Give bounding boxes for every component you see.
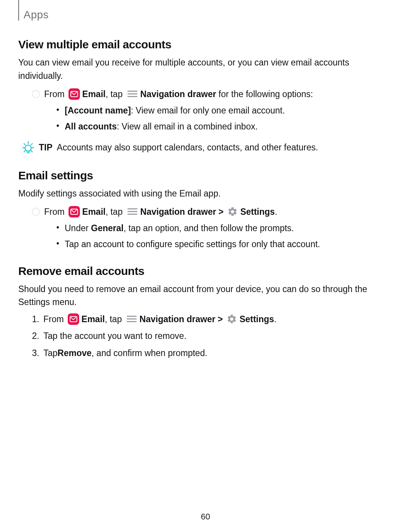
bullet-rest: : View email for only one email account. xyxy=(131,105,285,115)
text-dot: . xyxy=(274,313,276,326)
step-pre: Tap xyxy=(43,347,57,360)
step-3: 3. Tap Remove, and confirm when prompted… xyxy=(32,347,393,360)
bullet-rest: : View all email in a combined inbox. xyxy=(117,121,258,131)
header-section-label: Apps xyxy=(24,7,49,23)
sub-bullets-1: [Account name]: View email for only one … xyxy=(56,104,393,133)
text-email: Email xyxy=(81,313,105,326)
navigation-drawer-icon xyxy=(127,208,137,216)
page-number: 60 xyxy=(0,510,411,523)
lightbulb-tip-icon xyxy=(21,140,36,155)
text-settings: Settings xyxy=(240,205,275,219)
text-navdrawer: Navigation drawer xyxy=(140,88,216,101)
text-navdrawer: Navigation drawer xyxy=(140,205,216,219)
bullet-rest: Tap an account to configure specific set… xyxy=(65,239,320,249)
text-tap: , tap xyxy=(105,313,124,326)
list-item: Tap an account to configure specific set… xyxy=(56,238,393,251)
step-2: 2. Tap the account you want to remove. xyxy=(32,329,393,343)
text-settings: Settings xyxy=(239,313,274,326)
list-item: Under General, tap an option, and then f… xyxy=(56,222,393,235)
settings-gear-icon xyxy=(227,206,238,217)
text-navdrawer: Navigation drawer xyxy=(140,313,215,326)
email-app-icon xyxy=(68,88,80,100)
page-content: View multiple email accounts You can vie… xyxy=(18,31,393,361)
chevron-right-icon: > xyxy=(218,205,223,219)
step-bold: Remove xyxy=(57,347,91,360)
heading-remove-accounts: Remove email accounts xyxy=(18,262,393,280)
email-app-icon xyxy=(68,206,80,217)
step-1: 1. From Email , tap Navigation drawer > … xyxy=(32,313,393,326)
list-item: All accounts: View all email in a combin… xyxy=(56,120,393,133)
text-dot: . xyxy=(275,205,277,219)
text-from: From xyxy=(44,205,67,219)
text-email: Email xyxy=(82,205,105,219)
list-item: [Account name]: View email for only one … xyxy=(56,104,393,117)
step-number: 2. xyxy=(32,329,43,343)
step-rest: , and confirm when prompted. xyxy=(92,347,207,360)
text-tail: for the following options: xyxy=(216,88,313,101)
svg-point-0 xyxy=(25,145,31,151)
instruction-line-2: From Email , tap Navigation drawer > Set… xyxy=(32,205,393,219)
email-app-icon xyxy=(68,313,79,325)
intro-remove-accounts: Should you need to remove an email accou… xyxy=(18,283,393,309)
text-tap: , tap xyxy=(105,88,125,101)
tip-label: TIP xyxy=(39,141,53,154)
chevron-right-icon: > xyxy=(218,313,223,326)
navigation-drawer-icon xyxy=(127,315,137,323)
bullet-bold: All accounts xyxy=(65,121,117,131)
bullet-pre: Under xyxy=(65,223,91,233)
heading-email-settings: Email settings xyxy=(18,167,393,184)
text-tap: , tap xyxy=(105,205,125,219)
text-from: From xyxy=(44,88,67,101)
text-email: Email xyxy=(82,88,105,101)
step-number: 1. xyxy=(32,313,43,326)
step-text: Tap the account you want to remove. xyxy=(43,329,186,343)
instruction-line-1: From Email , tap Navigation drawer for t… xyxy=(32,88,393,101)
settings-gear-icon xyxy=(226,314,237,324)
navigation-drawer-icon xyxy=(127,90,137,98)
sub-bullets-2: Under General, tap an option, and then f… xyxy=(56,222,393,251)
step-number: 3. xyxy=(32,347,43,360)
hollow-bullet-icon xyxy=(32,208,40,216)
tip-row: TIP Accounts may also support calendars,… xyxy=(21,140,393,155)
intro-view-multiple: You can view email you receive for multi… xyxy=(18,56,393,82)
intro-email-settings: Modify settings associated with using th… xyxy=(18,187,393,200)
bullet-bold: [Account name] xyxy=(65,105,131,115)
text-from: From xyxy=(43,313,66,326)
bullet-rest: , tap an option, and then follow the pro… xyxy=(124,223,294,233)
tip-text: Accounts may also support calendars, con… xyxy=(53,141,318,154)
header-divider xyxy=(18,0,19,21)
hollow-bullet-icon xyxy=(32,90,40,98)
heading-view-multiple: View multiple email accounts xyxy=(18,36,393,53)
bullet-bold: General xyxy=(91,223,124,233)
